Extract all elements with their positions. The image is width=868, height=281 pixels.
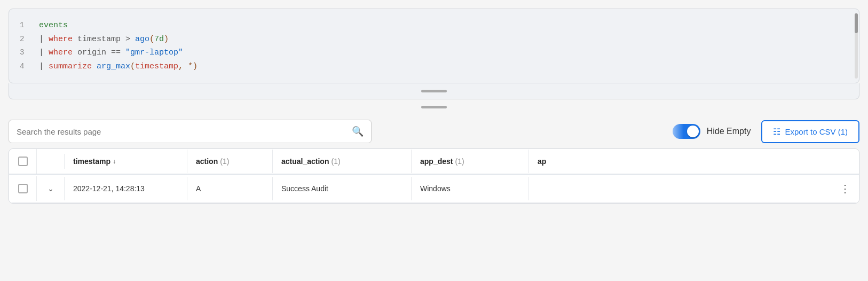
hide-empty-toggle-area: Hide Empty xyxy=(673,124,751,139)
th-expand xyxy=(37,154,65,169)
th-actual-action-count: (1) xyxy=(331,157,340,166)
row-more-options-icon[interactable]: ⋮ xyxy=(840,182,850,195)
code-token: events xyxy=(39,21,68,30)
line-number-2: 2 xyxy=(20,33,39,46)
code-line-3-content: | where origin == "gmr-laptop" xyxy=(39,46,848,60)
actual-action-value: Success Audit xyxy=(281,184,328,193)
line-number-3: 3 xyxy=(20,46,39,59)
code-token: | xyxy=(39,48,49,57)
action-value: A xyxy=(196,184,201,193)
code-token: arg_max xyxy=(97,62,130,71)
export-label: Export to CSV (1) xyxy=(785,127,848,136)
th-ap-label: ap xyxy=(538,157,546,166)
code-line-1-content: events xyxy=(39,19,848,33)
th-checkbox[interactable] xyxy=(9,149,37,174)
code-token: origin == xyxy=(73,48,125,57)
timestamp-value: 2022-12-21, 14:28:13 xyxy=(73,184,145,193)
td-ap[interactable]: ⋮ xyxy=(529,175,859,202)
code-line-2-content: | where timestamp > ago(7d) xyxy=(39,33,848,46)
th-action-label: action xyxy=(196,157,218,166)
table-header: timestamp ↓ action (1) actual_action (1)… xyxy=(9,149,859,175)
code-token: "gmr-laptop" xyxy=(125,48,183,57)
code-line-2: 2 | where timestamp > ago(7d) xyxy=(9,33,859,46)
td-action: A xyxy=(187,177,273,200)
row-checkbox[interactable] xyxy=(18,184,28,193)
th-timestamp-label: timestamp xyxy=(73,157,111,166)
results-table: timestamp ↓ action (1) actual_action (1)… xyxy=(9,149,859,204)
th-app-dest[interactable]: app_dest (1) xyxy=(412,150,529,173)
export-icon: ☷ xyxy=(773,127,780,137)
code-token: ) xyxy=(164,35,169,44)
code-token: where xyxy=(49,48,73,57)
code-token: , *) xyxy=(178,62,198,71)
code-line-4: 4 | summarize arg_max(timestamp, *) xyxy=(9,60,859,74)
code-line-3: 3 | where origin == "gmr-laptop" xyxy=(9,46,859,60)
th-actual-action-label: actual_action xyxy=(281,157,329,166)
th-ap[interactable]: ap xyxy=(529,150,859,173)
code-token xyxy=(92,62,97,71)
th-action-count: (1) xyxy=(220,157,229,166)
hide-empty-label: Hide Empty xyxy=(707,127,751,136)
editor-scrollbar[interactable] xyxy=(855,13,858,79)
search-icon: 🔍 xyxy=(352,126,364,137)
code-token: ago xyxy=(135,35,149,44)
editor-scrollbar-thumb xyxy=(855,13,858,33)
line-number-1: 1 xyxy=(20,19,39,32)
code-line-4-content: | summarize arg_max(timestamp, *) xyxy=(39,60,848,74)
code-line-1: 1 events xyxy=(9,19,859,33)
resize-handle[interactable] xyxy=(0,99,868,114)
code-token: summarize xyxy=(49,62,92,71)
code-token: timestamp xyxy=(135,62,178,71)
td-checkbox[interactable] xyxy=(9,176,37,201)
hide-empty-toggle[interactable] xyxy=(673,124,700,139)
line-number-4: 4 xyxy=(20,60,39,73)
export-csv-button[interactable]: ☷ Export to CSV (1) xyxy=(761,120,859,143)
horizontal-scrollbar-thumb xyxy=(421,90,447,92)
td-timestamp: 2022-12-21, 14:28:13 xyxy=(65,177,187,200)
code-token: | xyxy=(39,35,49,44)
search-box[interactable]: 🔍 xyxy=(9,120,372,143)
editor-scroll-bottom xyxy=(9,83,859,99)
code-editor[interactable]: 1 events 2 | where timestamp > ago(7d) 3… xyxy=(9,9,859,83)
th-app-dest-label: app_dest xyxy=(420,157,453,166)
td-actual-action: Success Audit xyxy=(273,177,412,200)
code-token: where xyxy=(49,35,73,44)
search-input[interactable] xyxy=(17,127,346,136)
td-expand[interactable]: ⌄ xyxy=(37,177,65,200)
code-token: 7d xyxy=(154,35,164,44)
header-checkbox[interactable] xyxy=(18,157,28,166)
code-token: | xyxy=(39,62,49,71)
th-action[interactable]: action (1) xyxy=(187,150,273,173)
expand-icon[interactable]: ⌄ xyxy=(48,184,54,193)
toggle-thumb xyxy=(687,126,699,137)
th-app-dest-count: (1) xyxy=(455,157,464,166)
th-timestamp[interactable]: timestamp ↓ xyxy=(65,150,187,173)
table-row: ⌄ 2022-12-21, 14:28:13 A Success Audit W… xyxy=(9,175,859,203)
toolbar: 🔍 Hide Empty ☷ Export to CSV (1) xyxy=(0,114,868,149)
code-token: ( xyxy=(149,35,154,44)
td-app-dest: Windows xyxy=(412,177,529,200)
resize-bar xyxy=(421,106,447,108)
th-actual-action[interactable]: actual_action (1) xyxy=(273,150,412,173)
sort-desc-icon: ↓ xyxy=(113,158,116,165)
code-token: ( xyxy=(130,62,135,71)
app-dest-value: Windows xyxy=(420,184,451,193)
code-token: timestamp > xyxy=(73,35,135,44)
